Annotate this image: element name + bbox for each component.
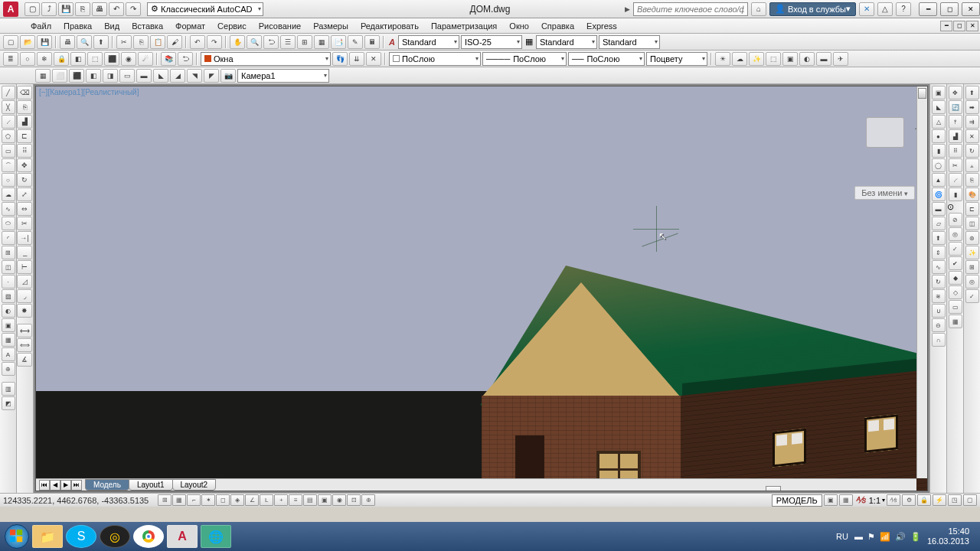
ortho-icon[interactable]: ⌐: [187, 494, 201, 506]
tb-markup-icon[interactable]: ✎: [348, 35, 363, 49]
face-offset-icon[interactable]: ⇉: [965, 115, 979, 129]
offset-icon[interactable]: ⊏: [17, 129, 32, 143]
status-iso-icon[interactable]: ◳: [948, 494, 962, 506]
signin-button[interactable]: 👤 Вход в службы ▾: [769, 2, 856, 16]
saveas-icon[interactable]: ⎘: [75, 2, 90, 16]
layer-uniso-icon[interactable]: ⬛: [104, 52, 119, 66]
menu-edit[interactable]: Правка: [57, 19, 98, 33]
sphere-icon[interactable]: ●: [932, 129, 946, 143]
snap-icon[interactable]: ⊞: [158, 494, 172, 506]
mdi-minimize[interactable]: ━: [940, 21, 952, 31]
menu-parametric[interactable]: Параметризация: [425, 19, 503, 33]
tray-action-icon[interactable]: ⚑: [867, 532, 875, 542]
shell-icon[interactable]: ◎: [949, 227, 962, 241]
tb-save-icon[interactable]: 💾: [37, 35, 52, 49]
layer-match-icon[interactable]: ☄: [138, 52, 153, 66]
tb-pan-icon[interactable]: ✋: [230, 35, 245, 49]
layer-lock-icon[interactable]: 🔒: [54, 52, 69, 66]
face-move-icon[interactable]: ➡: [965, 100, 979, 114]
tablestyle-dropdown[interactable]: Standard: [536, 35, 597, 49]
join-icon[interactable]: ⊢: [17, 260, 32, 274]
layer-prev-icon[interactable]: ⮌: [178, 52, 193, 66]
sweep-icon[interactable]: ∿: [932, 260, 946, 274]
search-input[interactable]: [633, 2, 748, 16]
makeblock-icon[interactable]: ◫: [2, 260, 15, 274]
layer-freeze-icon[interactable]: ❄: [37, 52, 52, 66]
tb-preview-icon[interactable]: 🔍: [77, 35, 92, 49]
exchange-icon[interactable]: ✕: [859, 2, 874, 16]
color-dropdown[interactable]: ПоСлою: [389, 52, 481, 66]
task-app2-icon[interactable]: 🌐: [201, 525, 231, 548]
otrack-icon[interactable]: ∠: [245, 494, 259, 506]
render-fly-icon[interactable]: ✈: [833, 52, 848, 66]
face-copy-icon[interactable]: ⎘: [965, 173, 979, 187]
render-adv-icon[interactable]: ✨: [749, 52, 764, 66]
tb-redo-icon[interactable]: ↷: [207, 35, 222, 49]
tb-plot-icon[interactable]: 🖶: [60, 35, 75, 49]
dimstyle-dropdown[interactable]: ISO-25: [461, 35, 522, 49]
gradient-icon[interactable]: ◐: [2, 304, 15, 318]
redo-icon[interactable]: ↷: [126, 2, 141, 16]
layer-walk-icon[interactable]: 👣: [332, 52, 348, 66]
cone-icon[interactable]: △: [932, 115, 946, 129]
view-camera-dropdown[interactable]: Камера1: [237, 69, 329, 83]
polar-icon[interactable]: ✶: [201, 494, 215, 506]
imprint-icon[interactable]: ⊙: [947, 202, 963, 212]
tb-open-icon[interactable]: 📂: [20, 35, 35, 49]
explode-icon[interactable]: ✸: [17, 304, 32, 318]
layer-color-icon[interactable]: ◧: [70, 52, 86, 66]
spline-icon[interactable]: ∿: [2, 202, 15, 216]
menu-modify[interactable]: Редактировать: [354, 19, 425, 33]
viewport-label[interactable]: [−][Камера1][Реалистичный]: [39, 88, 139, 96]
vertical-scrollbar[interactable]: [916, 86, 927, 478]
menu-dimension[interactable]: Размеры: [307, 19, 354, 33]
render-crop-icon[interactable]: ⬚: [766, 52, 781, 66]
render-out-icon[interactable]: ▬: [816, 52, 831, 66]
fillet-icon[interactable]: ◞: [17, 289, 32, 303]
3dalign-icon[interactable]: ⫯: [949, 115, 962, 129]
scale-icon[interactable]: ⤢: [17, 187, 32, 201]
status-qvl-icon[interactable]: ▦: [839, 494, 853, 506]
polygon-icon[interactable]: ⬠: [2, 129, 15, 143]
hatch-icon[interactable]: ▨: [2, 289, 15, 303]
tray-clock[interactable]: 15:40 16.03.2013: [927, 527, 969, 546]
annoscale-icon[interactable]: ⅍: [856, 495, 866, 505]
status-model-label[interactable]: РМОДЕЛЬ: [772, 494, 822, 507]
layer-off-icon[interactable]: ○: [20, 52, 35, 66]
convtosolid-icon[interactable]: ◆: [949, 271, 962, 285]
lineweight-dropdown[interactable]: ── ПоСлою: [568, 52, 645, 66]
stretch-icon[interactable]: ⇔: [17, 202, 32, 216]
xline-icon[interactable]: ╳: [2, 100, 15, 114]
box-icon[interactable]: ▣: [932, 86, 946, 99]
thicken-icon[interactable]: ▮: [949, 187, 962, 201]
layer-state-icon[interactable]: 📚: [161, 52, 176, 66]
addsel-icon[interactable]: ⊕: [2, 362, 15, 376]
tb-prop-icon[interactable]: ☰: [280, 35, 296, 49]
view-nw-icon[interactable]: ◤: [204, 69, 219, 83]
tb-match-icon[interactable]: 🖌: [167, 35, 182, 49]
undo-icon[interactable]: ↶: [109, 2, 124, 16]
3drotate-icon[interactable]: 🔄: [949, 100, 962, 114]
break-icon[interactable]: ⎯: [17, 246, 32, 259]
view-bottom-icon[interactable]: ⬛: [69, 69, 84, 83]
3dmove-icon[interactable]: ✥: [949, 86, 962, 99]
search-play-icon[interactable]: ▶: [625, 5, 630, 13]
table-icon[interactable]: ▦: [2, 333, 15, 347]
convtosurface-icon[interactable]: ◇: [949, 285, 962, 299]
view-top-icon[interactable]: ⬜: [52, 69, 67, 83]
tb-calc-icon[interactable]: 🖩: [364, 35, 380, 49]
line-icon[interactable]: ╱: [2, 86, 15, 99]
render-env-icon[interactable]: ☁: [732, 52, 747, 66]
tab-next-icon[interactable]: ▶: [60, 480, 71, 491]
tb-zoom-icon[interactable]: 🔍: [247, 35, 262, 49]
start-button[interactable]: [5, 524, 29, 549]
status-scale[interactable]: 1:1: [869, 496, 880, 505]
dimtool3-icon[interactable]: ∡: [17, 353, 32, 367]
face-taper-icon[interactable]: ⟁: [965, 158, 979, 172]
subtract-icon[interactable]: ⊖: [932, 318, 946, 332]
tb-ssm-icon[interactable]: 📑: [331, 35, 346, 49]
torus-icon[interactable]: ◯: [932, 158, 946, 172]
new-icon[interactable]: ▢: [24, 2, 40, 16]
ellipse-icon[interactable]: ⬭: [2, 217, 15, 230]
osnap-icon[interactable]: ◻: [216, 494, 230, 506]
